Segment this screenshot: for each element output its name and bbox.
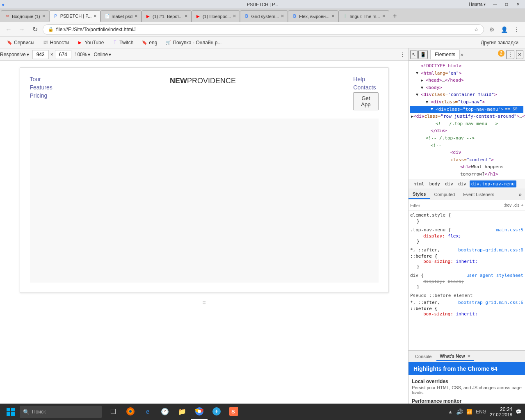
nav-link-help[interactable]: Help bbox=[353, 76, 365, 82]
bookmark-youtube[interactable]: ▶ YouTube bbox=[74, 39, 107, 46]
taskbar-search-box[interactable]: 🔍 Поиск bbox=[20, 406, 102, 418]
add-style-button[interactable]: + bbox=[521, 203, 523, 208]
tray-chevron-icon[interactable]: ▲ bbox=[448, 409, 453, 415]
zoom-selector[interactable]: 100% ▾ bbox=[75, 52, 91, 57]
html-tree-line-h1-cont[interactable]: tomorrow?</h1> bbox=[410, 171, 523, 178]
responsive-selector[interactable]: Responsive ▾ bbox=[0, 52, 29, 57]
tray-speaker-icon[interactable]: 🔊 bbox=[456, 409, 463, 415]
tab-close-maket[interactable]: ✕ bbox=[134, 14, 138, 19]
viewport-width-input[interactable] bbox=[32, 50, 49, 59]
triangle-container[interactable]: ▼ bbox=[416, 91, 421, 98]
html-tree-line-comment2[interactable]: <!-- /.top-nav --> bbox=[410, 135, 523, 142]
breadcrumb-div2[interactable]: div bbox=[457, 180, 468, 187]
reload-button[interactable]: ↻ bbox=[30, 24, 40, 35]
console-tab-close-icon[interactable]: ✕ bbox=[467, 354, 470, 358]
styles-more-icon[interactable]: » bbox=[515, 191, 525, 198]
breadcrumb-html[interactable]: html bbox=[412, 180, 426, 187]
viewport-height-input[interactable] bbox=[55, 50, 71, 59]
html-tree-line-h1[interactable]: <h1>What happens bbox=[410, 163, 523, 171]
taskbar-app-chrome[interactable] bbox=[191, 404, 208, 420]
taskbar-app-files[interactable]: 📁 bbox=[174, 404, 190, 420]
html-tree-line-doctype[interactable]: <!DOCTYPE html> bbox=[410, 62, 523, 70]
menu-button[interactable]: ⋮ bbox=[511, 24, 522, 35]
nav-link-tour[interactable]: Tour bbox=[30, 76, 52, 82]
taskbar-app-taskview[interactable]: ❑ bbox=[105, 404, 121, 420]
tray-network-icon[interactable]: 📶 bbox=[466, 409, 472, 415]
style-source-topnavmenu[interactable]: main.css:5 bbox=[496, 227, 523, 233]
breadcrumb-body[interactable]: body bbox=[428, 180, 442, 187]
taskbar-app-edge[interactable]: e bbox=[139, 404, 156, 420]
triangle-topnavmenu[interactable]: ▼ bbox=[431, 106, 436, 112]
console-tab-console[interactable]: Console bbox=[412, 352, 435, 361]
tab-close-grid[interactable]: ✕ bbox=[281, 14, 284, 19]
triangle-body[interactable]: ▼ bbox=[421, 84, 426, 91]
user-button[interactable]: 👤 bbox=[499, 24, 509, 35]
maximize-button[interactable]: □ bbox=[501, 1, 512, 8]
html-tree-line-container[interactable]: ▼ <div class="container-fluid"> bbox=[410, 91, 523, 98]
styles-tab-computed[interactable]: Computed bbox=[430, 190, 459, 199]
breadcrumb-div1[interactable]: div bbox=[443, 180, 455, 187]
html-tree-line-head[interactable]: ▶ <head>…</head> bbox=[410, 77, 523, 84]
html-tree-line-closediv1[interactable]: </div> bbox=[410, 127, 523, 135]
styles-tab-styles[interactable]: Styles bbox=[409, 190, 430, 199]
window-close-button[interactable]: ✕ bbox=[513, 1, 523, 8]
tab-close-youtube1[interactable]: ✕ bbox=[184, 14, 188, 19]
devtools-close-button[interactable]: ✕ bbox=[516, 50, 523, 59]
bookmarks-other-button[interactable]: Другие закладки bbox=[477, 39, 522, 46]
pseudo-cls-button[interactable]: .cls bbox=[513, 203, 519, 208]
html-tree-line-html[interactable]: ▼ <html lang="en"> bbox=[410, 70, 523, 77]
styles-tab-events[interactable]: Event Listeners bbox=[459, 190, 498, 199]
tab-close-flex[interactable]: ✕ bbox=[331, 14, 335, 19]
new-tab-button[interactable]: + bbox=[389, 10, 401, 22]
tab-close-youtube2[interactable]: ✕ bbox=[233, 14, 236, 19]
tab-imgur[interactable]: i Imgur: The m... ✕ bbox=[338, 10, 389, 22]
nav-link-pricing[interactable]: Pricing bbox=[30, 92, 52, 99]
tab-gmail[interactable]: ✉ Входящие (1) ✕ bbox=[1, 10, 49, 22]
taskbar-app-telegram[interactable]: ✈ bbox=[208, 404, 225, 420]
back-button[interactable]: ← bbox=[3, 24, 14, 35]
taskbar-app-sublime[interactable]: S bbox=[226, 404, 242, 420]
style-source-universal[interactable]: bootstrap-grid.min.css:6 bbox=[458, 247, 523, 253]
bookmark-eng[interactable]: 🔖 eng bbox=[138, 39, 160, 46]
tab-close-psdetch[interactable]: ✕ bbox=[93, 14, 97, 19]
html-tree-line-body[interactable]: ▼ <body> bbox=[410, 84, 523, 91]
bookmark-twitch[interactable]: T Twitch bbox=[109, 39, 137, 46]
html-tree-line-topnav[interactable]: ▼ <div class="top-nav"> bbox=[410, 98, 523, 106]
minimize-button[interactable]: — bbox=[490, 1, 500, 8]
start-button[interactable] bbox=[3, 404, 18, 419]
taskbar-app-firefox[interactable] bbox=[122, 404, 139, 420]
pseudo-hov-button[interactable]: :hov bbox=[504, 203, 511, 208]
bookmark-news[interactable]: 📰 Новости bbox=[39, 39, 72, 46]
tab-psdetch[interactable]: P PSDETCH | P... ✕ bbox=[49, 10, 101, 22]
style-source-pseudo[interactable]: bootstrap-grid.min.css:6 bbox=[458, 300, 523, 305]
html-tree-line-topnavmenu[interactable]: ▼ <div class="top-nav-menu"> == $0 bbox=[410, 106, 523, 113]
html-tree-line-row[interactable]: ▶ <div class="row justify-content-around… bbox=[410, 113, 523, 120]
devtools-tab-elements[interactable]: Elements bbox=[430, 50, 460, 59]
address-bar[interactable]: 🔒 file:///E:/Site/To/portfolio/indext.ht… bbox=[43, 24, 484, 35]
taskbar-clock[interactable]: 20:24 27.02.2018 bbox=[490, 406, 512, 417]
html-tree-line-comment3[interactable]: <!-- bbox=[410, 142, 523, 149]
tab-grid[interactable]: B Grid system... ✕ bbox=[240, 10, 288, 22]
bookmark-star-icon[interactable]: ☆ bbox=[474, 27, 479, 32]
tab-flex[interactable]: B Flex, выровн... ✕ bbox=[288, 10, 338, 22]
html-tree-line-class-content[interactable]: class="content"> bbox=[410, 156, 523, 164]
devtools-more-menu-button[interactable]: ⋮ bbox=[506, 50, 514, 59]
online-selector[interactable]: Online ▾ bbox=[94, 52, 111, 57]
tray-notifications-icon[interactable]: 💬 bbox=[516, 409, 522, 415]
html-tree-line-comment1[interactable]: <!-- /.top-nav-menu --> bbox=[410, 120, 523, 128]
taskbar-app-clock[interactable]: 🕐 bbox=[157, 404, 173, 420]
styles-filter-input[interactable] bbox=[410, 203, 502, 208]
html-tree-line-div-content[interactable]: <div bbox=[410, 149, 523, 156]
triangle-head[interactable]: ▶ bbox=[421, 77, 426, 84]
bookmark-services[interactable]: 🔖 Сервисы bbox=[3, 39, 38, 46]
devtools-device-icon[interactable]: 📱 bbox=[418, 50, 428, 59]
extensions-button[interactable]: ⚙ bbox=[486, 24, 497, 35]
devtools-inspect-icon[interactable]: ↖ bbox=[410, 50, 418, 59]
tab-maket[interactable]: 📄 maket psd ✕ bbox=[100, 10, 142, 22]
tab-youtube1[interactable]: ▶ (1) #1. Верст... ✕ bbox=[142, 10, 192, 22]
triangle-topnav[interactable]: ▼ bbox=[426, 99, 431, 105]
triangle-html[interactable]: ▼ bbox=[416, 70, 421, 76]
bookmark-pokupka[interactable]: 🛒 Покупка - Онлайн р... bbox=[162, 39, 225, 46]
get-app-button[interactable]: Get App bbox=[353, 92, 378, 110]
devtools-more-panels-icon[interactable]: » bbox=[461, 52, 463, 57]
